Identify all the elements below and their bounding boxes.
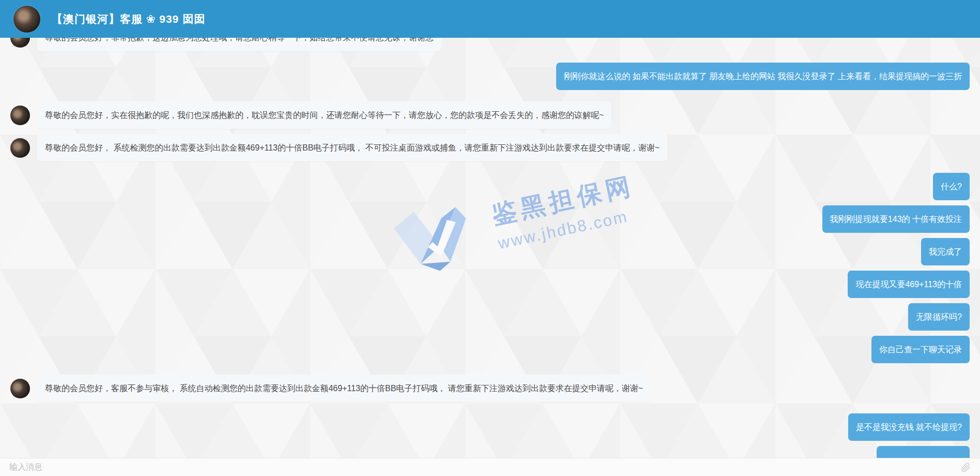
chat-bubble: 尊敬的会员您好， 系统检测您的出款需要达到出款金额469+113的十倍BB电子打… — [37, 134, 667, 161]
chat-bubble: 我刚刚提现就要143的 十倍有效投注 — [822, 205, 970, 233]
agent-avatar — [10, 379, 30, 398]
chat-bubble: 什么? — [933, 173, 970, 200]
message-row: 无限循环吗? — [10, 303, 970, 331]
message-row: 我完成了 — [10, 238, 970, 265]
message-row — [10, 446, 970, 458]
message-text: 你自己查一下聊天记录 — [879, 345, 962, 354]
message-row: 尊敬的会员您好，客服不参与审核， 系统自动检测您的出款需要达到出款金额469+1… — [10, 375, 970, 402]
message-text: 我完成了 — [929, 247, 962, 256]
agent-avatar — [10, 106, 30, 125]
message-row: 尊敬的会员您好， 系统检测您的出款需要达到出款金额469+113的十倍BB电子打… — [10, 134, 970, 161]
chat-bubble: 你自己查一下聊天记录 — [871, 336, 970, 363]
message-text: 尊敬的会员您好，客服不参与审核， 系统自动检测您的出款需要达到出款金额469+1… — [45, 384, 643, 393]
message-row: 你自己查一下聊天记录 — [10, 336, 970, 363]
message-text: 什么? — [941, 182, 962, 191]
chat-bubble: 尊敬的会员您好，非常抱歉，这边加急为您处理哦，请您耐心稍等一下，如给您带来不便请… — [37, 38, 441, 51]
message-text: 是不是我没充钱 就不给提现? — [856, 423, 962, 432]
message-row: 我刚刚提现就要143的 十倍有效投注 — [10, 205, 970, 233]
agent-avatar — [10, 138, 30, 158]
chat-bubble: 尊敬的会员您好，客服不参与审核， 系统自动检测您的出款需要达到出款金额469+1… — [37, 375, 651, 402]
chat-app: 尊敬的会员您好，非常抱歉，这边加急为您处理哦，请您耐心稍等一下，如给您带来不便请… — [0, 0, 980, 476]
composer-bar — [0, 458, 980, 476]
paperclip-icon[interactable] — [961, 463, 971, 472]
message-text: 现在提现又要469+113的十倍 — [855, 280, 962, 289]
chat-bubble: 是不是我没充钱 就不给提现? — [848, 413, 970, 441]
chat-bubble: 尊敬的会员您好，实在很抱歉的呢，我们也深感抱歉的，耽误您宝贵的时间，还请您耐心等… — [37, 101, 611, 129]
message-row: 是不是我没充钱 就不给提现? — [10, 413, 970, 441]
message-text: 尊敬的会员您好， 系统检测您的出款需要达到出款金额469+113的十倍BB电子打… — [45, 143, 660, 152]
chat-header: 【澳门银河】客服 ❀ 939 囡囡 — [0, 0, 980, 38]
message-text: 无限循环吗? — [916, 313, 962, 321]
agent-avatar[interactable] — [13, 6, 40, 33]
chat-bubble: 刚刚你就这么说的 如果不能出款就算了 朋友晚上给的网站 我很久没登录了 上来看看… — [556, 63, 970, 90]
message-input[interactable] — [9, 463, 955, 472]
message-text: 尊敬的会员您好，实在很抱歉的呢，我们也深感抱歉的，耽误您宝贵的时间，还请您耐心等… — [45, 111, 604, 120]
chat-bubble: 我完成了 — [921, 238, 970, 265]
message-row: 现在提现又要469+113的十倍 — [10, 271, 970, 298]
message-row: 尊敬的会员您好，实在很抱歉的呢，我们也深感抱歉的，耽误您宝贵的时间，还请您耐心等… — [10, 101, 970, 129]
chat-bubble: 无限循环吗? — [908, 303, 970, 331]
chat-title: 【澳门银河】客服 ❀ 939 囡囡 — [52, 12, 205, 26]
message-text: 我刚刚提现就要143的 十倍有效投注 — [830, 215, 962, 224]
agent-avatar — [10, 38, 30, 48]
message-row: 尊敬的会员您好，非常抱歉，这边加急为您处理哦，请您耐心稍等一下，如给您带来不便请… — [10, 38, 970, 51]
chat-bubble — [877, 446, 970, 458]
message-row: 刚刚你就这么说的 如果不能出款就算了 朋友晚上给的网站 我很久没登录了 上来看看… — [10, 63, 970, 90]
message-text: 刚刚你就这么说的 如果不能出款就算了 朋友晚上给的网站 我很久没登录了 上来看看… — [564, 72, 962, 81]
chat-bubble: 现在提现又要469+113的十倍 — [848, 271, 970, 298]
message-text: 尊敬的会员您好，非常抱歉，这边加急为您处理哦，请您耐心稍等一下，如给您带来不便请… — [45, 38, 434, 42]
chat-area[interactable]: 尊敬的会员您好，非常抱歉，这边加急为您处理哦，请您耐心稍等一下，如给您带来不便请… — [0, 38, 980, 458]
message-row: 什么? — [10, 173, 970, 200]
